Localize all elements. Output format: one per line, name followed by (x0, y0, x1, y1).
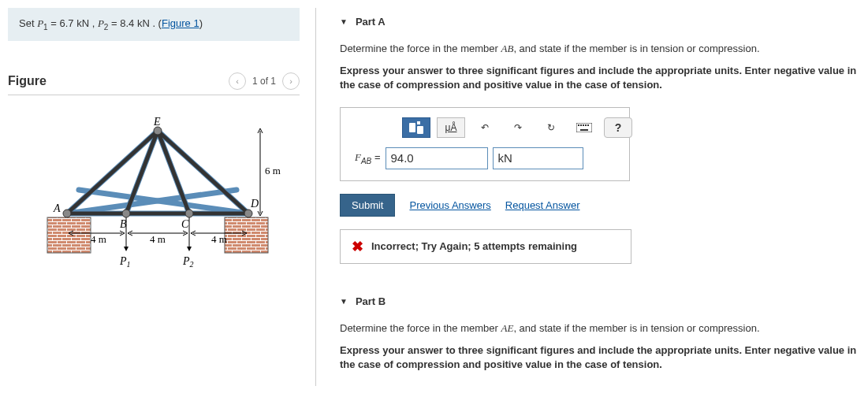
partA-instruction: Determine the force in the member AB, an… (340, 42, 860, 56)
svg-text:P2: P2 (182, 255, 194, 269)
svg-rect-42 (417, 121, 420, 124)
template-tool-icon[interactable] (402, 117, 430, 138)
help-button[interactable]: ? (604, 117, 632, 138)
svg-text:E: E (153, 116, 161, 128)
submit-button[interactable]: Submit (340, 194, 395, 217)
problem-statement: Set P1 = 6.7 kN , P2 = 8.4 kN . (Figure … (8, 8, 300, 41)
answer-unit-input[interactable] (493, 147, 583, 169)
keyboard-icon[interactable] (571, 118, 598, 137)
svg-rect-46 (580, 124, 582, 126)
svg-rect-41 (409, 123, 415, 132)
svg-point-23 (244, 210, 252, 217)
figure-heading: Figure (8, 74, 47, 88)
svg-text:C: C (181, 218, 189, 230)
partB-instruction: Determine the force in the member AE, an… (340, 321, 860, 336)
svg-rect-44 (576, 123, 592, 132)
answer-value-input[interactable] (386, 147, 488, 169)
answer-label: FAB = (355, 151, 381, 165)
incorrect-icon: ✖ (352, 238, 363, 255)
svg-text:4 m: 4 m (150, 233, 166, 245)
units-tool[interactable]: μÅ (437, 117, 465, 138)
svg-point-22 (185, 210, 193, 217)
svg-rect-47 (583, 124, 584, 126)
truss-diagram: E A B C D P1 P2 4 m 4 m 4 m 6 m (24, 111, 284, 284)
svg-text:6 m: 6 m (265, 165, 281, 176)
svg-rect-43 (417, 126, 423, 134)
svg-rect-48 (585, 124, 587, 126)
partB-collapse-icon[interactable]: ▼ (340, 297, 348, 306)
answer-panel: μÅ ↶ ↷ ↻ ? FAB = (340, 107, 630, 181)
feedback-box: ✖ Incorrect; Try Again; 5 attempts remai… (340, 229, 631, 264)
partA-instruction-bold: Express your answer to three significant… (340, 64, 860, 92)
svg-text:4 m: 4 m (211, 233, 227, 245)
svg-text:4 m: 4 m (91, 233, 106, 245)
figure-link[interactable]: Figure 1 (162, 17, 199, 29)
svg-point-20 (122, 210, 130, 217)
svg-rect-5 (47, 217, 91, 253)
partB-instruction-bold: Express your answer to three significant… (340, 343, 860, 372)
figure-prev-button[interactable]: ‹ (229, 72, 246, 90)
svg-text:B: B (120, 218, 127, 230)
svg-rect-49 (587, 124, 589, 126)
svg-rect-50 (580, 129, 588, 131)
partA-title: Part A (356, 16, 386, 28)
partB-title: Part B (356, 295, 386, 307)
figure-pager-text: 1 of 1 (252, 76, 276, 87)
reset-icon[interactable]: ↻ (538, 118, 564, 137)
partA-collapse-icon[interactable]: ▼ (340, 17, 348, 26)
previous-answers-link[interactable]: Previous Answers (409, 199, 490, 211)
request-answer-link[interactable]: Request Answer (505, 199, 580, 211)
svg-point-19 (63, 210, 71, 217)
figure-next-button[interactable]: › (282, 72, 300, 90)
svg-text:D: D (250, 198, 259, 210)
redo-icon[interactable]: ↷ (505, 118, 531, 137)
svg-rect-45 (578, 124, 579, 126)
svg-text:A: A (53, 202, 61, 214)
svg-text:P1: P1 (119, 255, 131, 269)
svg-rect-6 (225, 217, 268, 253)
undo-icon[interactable]: ↶ (471, 118, 498, 137)
svg-point-21 (154, 127, 162, 135)
